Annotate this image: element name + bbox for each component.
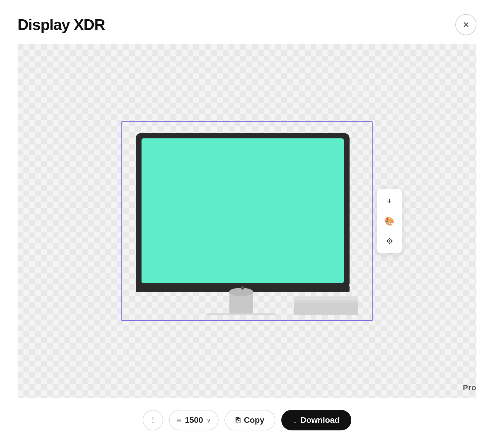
page-title: Display XDR	[18, 16, 105, 33]
plus-icon: +	[387, 196, 392, 206]
palette-icon: 🎨	[384, 216, 395, 226]
pro-badge: Pro	[463, 383, 476, 392]
copy-label: Copy	[244, 415, 264, 425]
monitor-illustration	[127, 127, 367, 315]
width-selector[interactable]: w 1500 ∨	[169, 410, 219, 430]
svg-point-4	[229, 288, 253, 296]
info-icon: !	[151, 415, 154, 425]
close-button[interactable]: ✕	[455, 14, 476, 35]
copy-button[interactable]: ⎘ Copy	[224, 410, 275, 430]
svg-rect-1	[142, 138, 344, 283]
svg-point-16	[241, 286, 244, 290]
canvas-area: + 🎨 ⚙ Pro	[18, 44, 476, 398]
checkerboard-background: + 🎨 ⚙ Pro	[18, 44, 476, 398]
sliders-button[interactable]: ⚙	[380, 232, 399, 250]
add-button[interactable]: +	[380, 192, 399, 211]
dialog-header: Display XDR ✕	[0, 0, 494, 44]
download-button[interactable]: ↓ Download	[281, 410, 351, 430]
download-label: Download	[300, 415, 340, 425]
info-button[interactable]: !	[143, 410, 163, 430]
right-toolbar: + 🎨 ⚙	[377, 189, 402, 253]
monitor-svg	[127, 127, 367, 315]
width-value: 1500	[185, 415, 203, 425]
mockup-container: + 🎨 ⚙	[121, 121, 373, 321]
palette-button[interactable]: 🎨	[380, 212, 399, 230]
width-label: w	[177, 416, 181, 424]
svg-rect-6	[206, 313, 276, 315]
bottom-toolbar: ! w 1500 ∨ ⎘ Copy ↓ Download	[0, 398, 494, 448]
copy-icon: ⎘	[236, 416, 240, 425]
dialog: Display XDR ✕	[0, 0, 494, 448]
sliders-icon: ⚙	[386, 236, 393, 246]
close-icon: ✕	[463, 20, 469, 30]
chevron-down-icon: ∨	[207, 417, 211, 424]
download-icon: ↓	[293, 416, 297, 425]
svg-rect-9	[294, 300, 358, 303]
